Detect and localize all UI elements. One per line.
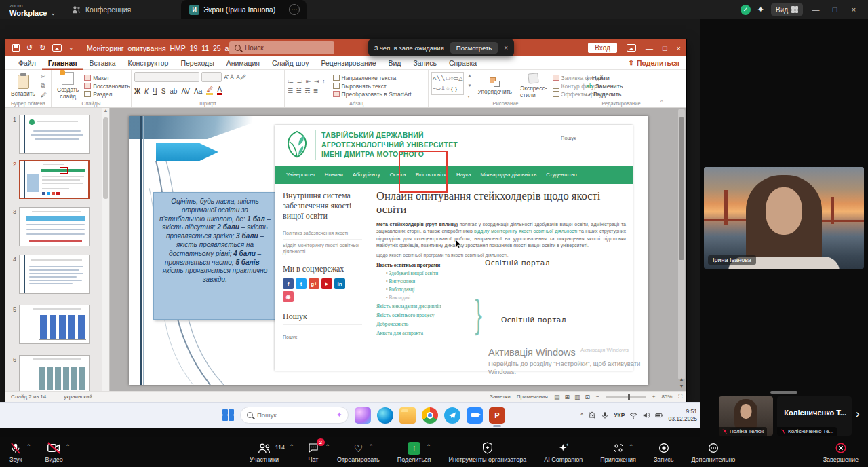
replace-button[interactable]: abЗаменить: [586, 83, 623, 90]
notification-close-icon[interactable]: ×: [504, 44, 508, 52]
rating-scale-textbox[interactable]: Оцініть, будь ласка, якість отриманої ос…: [153, 192, 277, 320]
font-name-select[interactable]: [134, 72, 199, 82]
edge-app-icon[interactable]: [377, 407, 393, 424]
bold-button[interactable]: Ж: [134, 88, 140, 95]
volume-icon[interactable]: [642, 411, 650, 419]
site-inline-link[interactable]: відділу моніторингу якості освітньої дія…: [474, 229, 577, 234]
site-link[interactable]: Анкета для аспіранта: [376, 330, 626, 336]
menu-review[interactable]: Рецензирование: [315, 56, 382, 70]
nav-university[interactable]: Університет: [281, 172, 320, 178]
select-button[interactable]: ▻Выделить: [586, 91, 623, 98]
site-search-input[interactable]: [561, 134, 623, 143]
save-icon[interactable]: [12, 44, 20, 52]
ribbon-display-icon[interactable]: [627, 44, 636, 52]
font-size-select[interactable]: [201, 72, 222, 82]
wifi-icon[interactable]: [629, 411, 637, 419]
ppt-search-input[interactable]: [245, 44, 319, 52]
start-button[interactable]: [222, 409, 234, 421]
new-slide-button[interactable]: Создать слайд: [54, 72, 81, 100]
slide-thumbnail-1[interactable]: [19, 115, 90, 154]
ppt-restore-button[interactable]: □: [663, 44, 667, 52]
nav-students[interactable]: Студентство: [541, 172, 581, 178]
tab-screen-share[interactable]: И Экран (Ірина Іванова) ⋯: [181, 0, 307, 19]
workplace-menu[interactable]: zoom Workplace⌄: [0, 0, 62, 19]
menu-insert[interactable]: Вставка: [83, 56, 122, 70]
slide-nav-buttons[interactable]: ▲ ▼: [677, 377, 686, 388]
slide-thumbnail-6[interactable]: [19, 355, 90, 391]
end-meeting-button[interactable]: Завершение: [823, 441, 859, 463]
site-bullet-link[interactable]: Випускники: [386, 278, 626, 284]
video-button[interactable]: ^ Видео: [45, 441, 62, 463]
audio-button[interactable]: ^ Звук: [9, 441, 22, 463]
facebook-icon[interactable]: f: [283, 278, 294, 289]
zoom-out-icon[interactable]: −: [596, 394, 599, 400]
ppt-search-box[interactable]: [229, 41, 334, 54]
notification-bell-icon[interactable]: [588, 411, 596, 419]
menu-slideshow[interactable]: Слайд-шоу: [266, 56, 315, 70]
fit-slide-icon[interactable]: ⛶: [678, 394, 682, 400]
nav-international[interactable]: Міжнародна діяльність: [476, 172, 542, 178]
clock[interactable]: 9:51 03.12.2025: [668, 408, 697, 422]
canvas-scrollbar[interactable]: [678, 109, 685, 379]
tab-meeting[interactable]: Конференция: [62, 0, 140, 19]
site-bullet-link[interactable]: Роботодавці: [386, 286, 626, 293]
ppt-minimize-button[interactable]: —: [646, 44, 653, 52]
more-button[interactable]: Дополнительно: [691, 441, 735, 463]
shapes-gallery[interactable]: A╲╲□○▭△~⇨⇩☆{}: [431, 72, 464, 95]
react-button[interactable]: ♡^ Отреагировать: [337, 441, 380, 463]
zoom-level[interactable]: 85%: [661, 394, 672, 400]
char-spacing-button[interactable]: AV: [181, 88, 190, 95]
start-presentation-icon[interactable]: [52, 44, 62, 52]
panel-resize-handle[interactable]: [770, 391, 797, 394]
align-text-button[interactable]: Выровнять текст: [333, 83, 412, 90]
battery-icon[interactable]: [655, 411, 663, 419]
slide-2[interactable]: Оцініть, будь ласка, якість отриманої ос…: [129, 116, 648, 385]
ai-sparkle-icon[interactable]: ✦: [757, 5, 764, 14]
share-button[interactable]: ⇧Поделиться: [629, 59, 679, 67]
italic-button[interactable]: К: [144, 88, 149, 95]
list-buttons[interactable]: ≔ ≕ ⇤ ⇥ ↕☰ ☱ ☴ ≣: [288, 72, 326, 100]
underline-button[interactable]: Ч: [153, 88, 157, 95]
nav-news[interactable]: Новини: [320, 172, 348, 178]
zoom-slider[interactable]: [606, 396, 646, 398]
reset-button[interactable]: Восстановить: [84, 83, 130, 90]
menu-design[interactable]: Конструктор: [122, 56, 175, 70]
site-link[interactable]: Якість викладання дисциплін: [376, 303, 626, 310]
participants-button[interactable]: 114^ Участники: [250, 441, 279, 463]
tab-options-icon[interactable]: ⋯: [289, 4, 300, 15]
menu-view[interactable]: Вид: [382, 56, 408, 70]
site-bullet-link[interactable]: Викладачі: [386, 295, 626, 301]
subscript-button[interactable]: ab: [170, 88, 177, 95]
view-waiting-room-button[interactable]: Посмотреть: [450, 42, 498, 54]
clipboard-small-buttons[interactable]: ✂⧉🖉: [41, 72, 47, 100]
share-screen-button[interactable]: ↑^ Поделиться: [397, 441, 431, 463]
participant-tile[interactable]: Колісниченко Т... Колісниченко Те...: [777, 396, 852, 436]
smartart-button[interactable]: Преобразовать в SmartArt: [333, 91, 412, 98]
view-buttons[interactable]: ▤ ⊞ ▥ ⊡: [554, 394, 590, 400]
maximize-button[interactable]: □: [829, 5, 841, 14]
menu-transitions[interactable]: Переходы: [174, 56, 220, 70]
strike-button[interactable]: S: [161, 88, 166, 95]
change-case-button[interactable]: Аа: [194, 88, 202, 95]
next-participants-icon[interactable]: ›: [856, 407, 860, 421]
youtube-icon[interactable]: ►: [321, 278, 332, 289]
find-button[interactable]: ⌕Найти: [586, 74, 623, 81]
sidebar-search-input[interactable]: [283, 333, 351, 341]
nav-science[interactable]: Наука: [452, 172, 476, 178]
slides-panel-scrollbar[interactable]: ▲: [102, 108, 109, 391]
minimize-button[interactable]: —: [810, 5, 822, 14]
comments-button[interactable]: Примечания: [517, 394, 548, 400]
googleplus-icon[interactable]: g+: [309, 278, 319, 289]
instagram-icon[interactable]: ◉: [283, 291, 294, 302]
grow-font-button[interactable]: А̂: [224, 74, 228, 81]
slide-thumbnail-3[interactable]: [19, 207, 90, 246]
next-slide-icon[interactable]: ▼: [679, 384, 684, 388]
undo-icon[interactable]: ↺: [26, 43, 33, 52]
redo-icon[interactable]: ↻: [39, 43, 45, 52]
chat-button[interactable]: 2^ Чат: [307, 441, 319, 463]
record-button[interactable]: Запись: [654, 441, 674, 463]
menu-home[interactable]: Главная: [42, 56, 83, 70]
font-color-button[interactable]: А: [217, 86, 222, 95]
collapse-ribbon-icon[interactable]: ^: [659, 70, 667, 107]
ai-companion-button[interactable]: AI Companion: [544, 441, 583, 463]
